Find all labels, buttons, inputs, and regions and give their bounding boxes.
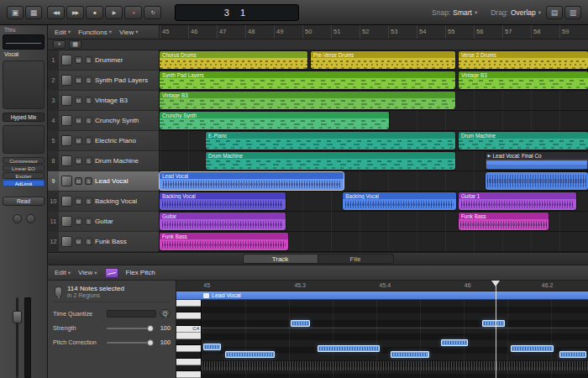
- region[interactable]: Guitar 1: [459, 192, 576, 210]
- mute-button[interactable]: M: [75, 76, 82, 84]
- region[interactable]: Lead Vocal: [160, 172, 344, 190]
- flex-note[interactable]: [511, 345, 554, 352]
- solo-button[interactable]: S: [85, 117, 92, 124]
- rewind-button[interactable]: ◀◀: [47, 6, 65, 19]
- snap-menu[interactable]: Snap: Smart ▾: [432, 8, 477, 17]
- region[interactable]: Funk Bass: [160, 233, 288, 250]
- flex-note[interactable]: [203, 344, 221, 350]
- arrange-area[interactable]: Chorus DrumsPre-Verse DrumsVerse 2 Drums…: [160, 50, 588, 252]
- editor-ruler[interactable]: 4545.345.44646.2: [176, 281, 588, 291]
- lcd-display[interactable]: 3 1: [175, 4, 299, 21]
- track-row[interactable]: 9MSLead Vocal: [48, 171, 159, 192]
- ruler-bar[interactable]: 47: [217, 25, 245, 39]
- thru-label[interactable]: Thru: [3, 27, 45, 33]
- piano-key[interactable]: [176, 312, 201, 319]
- play-button[interactable]: ▶: [105, 6, 123, 19]
- note-canvas[interactable]: [202, 300, 588, 378]
- ruler-bar[interactable]: 45: [160, 25, 188, 39]
- piano-key[interactable]: [176, 345, 201, 352]
- flex-note[interactable]: [482, 320, 506, 327]
- plugin-slot[interactable]: Compressor: [3, 157, 45, 164]
- region[interactable]: Chorus Drums: [160, 51, 307, 69]
- eq-thumbnail[interactable]: [3, 34, 45, 50]
- mute-button[interactable]: M: [75, 157, 82, 165]
- param-slider[interactable]: [107, 342, 154, 344]
- region[interactable]: Pre-Verse Drums: [311, 51, 455, 69]
- piano-key[interactable]: [176, 352, 201, 359]
- piano-key[interactable]: [176, 371, 201, 378]
- flex-note[interactable]: [559, 351, 586, 358]
- region[interactable]: Crunchy Synth: [160, 112, 389, 129]
- solo-circle-button[interactable]: [26, 214, 35, 223]
- menu-edit[interactable]: Edit▾: [55, 29, 71, 36]
- track-row[interactable]: 1MSDrummer: [48, 50, 159, 71]
- region[interactable]: Synth Pad Layers: [160, 71, 455, 89]
- mute-button[interactable]: M: [75, 117, 82, 124]
- region[interactable]: Funk Bass: [459, 213, 549, 230]
- region[interactable]: Backing Vocal: [160, 192, 286, 210]
- region[interactable]: Verse 2 Drums: [459, 51, 588, 69]
- ruler-bar[interactable]: 55: [445, 25, 474, 39]
- ruler-bar[interactable]: 48: [245, 25, 274, 39]
- track-row[interactable]: 4MSCrunchy Synth: [48, 111, 159, 131]
- disclosure-icon[interactable]: ▶: [488, 152, 491, 159]
- mute-circle-button[interactable]: [13, 214, 22, 223]
- fader-cap[interactable]: [13, 311, 22, 323]
- flex-mode-label[interactable]: Flex Pitch: [126, 269, 155, 276]
- solo-button[interactable]: S: [85, 177, 92, 185]
- param-slider[interactable]: [107, 328, 154, 329]
- ruler-bar[interactable]: 56: [474, 25, 502, 39]
- media-browser-icon[interactable]: ▥: [564, 6, 581, 19]
- flex-pitch-editor[interactable]: 4545.345.44646.2 Lead Vocal C4: [176, 281, 588, 378]
- forward-button[interactable]: ▶▶: [66, 6, 84, 19]
- region[interactable]: Guitar: [160, 213, 286, 230]
- stop-button[interactable]: ■: [86, 6, 103, 19]
- plugin-slot[interactable]: Linear EQ: [3, 165, 45, 171]
- track-row[interactable]: 3MSVintage B3: [48, 91, 159, 111]
- flex-note[interactable]: [391, 351, 429, 358]
- mute-button[interactable]: M: [75, 97, 82, 104]
- slider-knob[interactable]: [147, 339, 154, 346]
- region[interactable]: ▶Lead Vocal: Final Co: [486, 152, 588, 170]
- menu-edit[interactable]: Edit▾: [55, 269, 71, 276]
- piano-key[interactable]: [176, 365, 201, 372]
- cycle-button[interactable]: ↻: [144, 6, 161, 19]
- track-row[interactable]: 8MSDrum Machine: [48, 151, 159, 171]
- piano-key[interactable]: [176, 319, 201, 326]
- mute-button[interactable]: M: [75, 177, 82, 185]
- solo-button[interactable]: S: [85, 197, 92, 205]
- ruler-bar[interactable]: 59: [559, 25, 588, 39]
- track-row[interactable]: 11MSGuitar: [48, 212, 159, 232]
- automation-mode-button[interactable]: Read: [3, 197, 45, 206]
- region[interactable]: Vintage B3: [459, 71, 588, 89]
- mute-button[interactable]: M: [75, 197, 82, 205]
- patch-setting-button[interactable]: Hyped Mix: [3, 113, 45, 122]
- playhead[interactable]: [496, 281, 496, 378]
- record-button[interactable]: ●: [124, 6, 142, 19]
- ruler-bar[interactable]: 54: [417, 25, 445, 39]
- track-row[interactable]: 12MSFunk Bass: [48, 232, 159, 252]
- ruler-bar[interactable]: 57: [502, 25, 531, 39]
- flex-note[interactable]: [291, 320, 310, 327]
- solo-button[interactable]: S: [85, 76, 92, 84]
- plugin-slot[interactable]: Exciter: [3, 172, 45, 179]
- menu-view[interactable]: View▾: [78, 269, 97, 276]
- screens-icon[interactable]: ▣: [7, 6, 24, 19]
- region[interactable]: Drum Machine: [459, 132, 588, 150]
- ruler-bar[interactable]: 58: [531, 25, 559, 39]
- piano-key[interactable]: [176, 359, 201, 365]
- drag-menu[interactable]: Drag: Overlap ▾: [491, 8, 541, 17]
- mute-button[interactable]: M: [75, 137, 82, 144]
- piano-key[interactable]: [176, 300, 201, 307]
- menu-functions[interactable]: Functions▾: [78, 29, 112, 36]
- solo-button[interactable]: S: [85, 238, 92, 245]
- region[interactable]: Backing Vocal: [343, 192, 456, 210]
- piano-key[interactable]: [176, 307, 201, 313]
- region[interactable]: E-Piano: [206, 132, 455, 150]
- editor-region-strip[interactable]: Lead Vocal: [176, 291, 588, 300]
- track-row[interactable]: 5MSElectric Piano: [48, 131, 159, 151]
- mute-button[interactable]: M: [75, 218, 82, 225]
- menu-view[interactable]: View▾: [119, 29, 138, 36]
- mixer-icon[interactable]: ▦: [25, 6, 42, 19]
- ruler-bar[interactable]: 52: [360, 25, 388, 39]
